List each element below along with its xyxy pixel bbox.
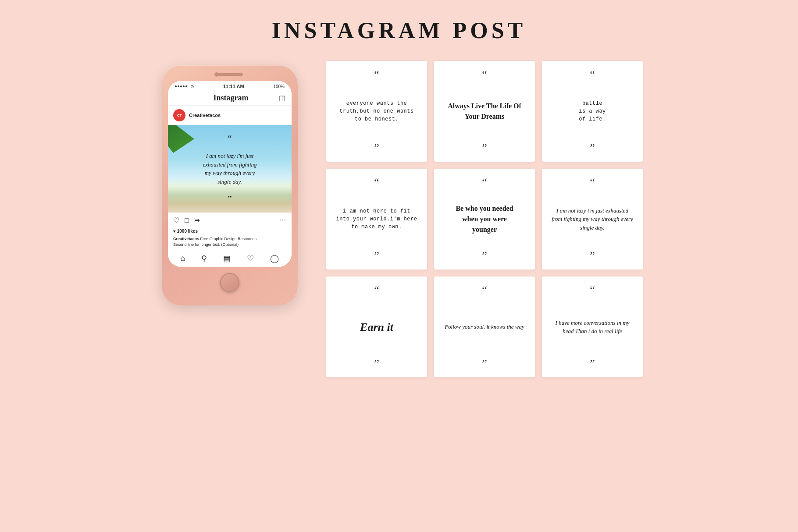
post-image: “ I am not lazy i'm justexhausted from f… [168, 125, 292, 213]
phone-status-bar: ⊙ 11:11 AM 100% [168, 81, 292, 91]
home-nav-icon[interactable]: ⌂ [181, 254, 185, 263]
quote-text-9: I have more conversations in my head Tha… [551, 296, 634, 358]
phone-mockup: ⊙ 11:11 AM 100% Instagram ◫ CT Creativet… [162, 65, 298, 305]
quote-card-7: “Earn it” [326, 277, 427, 377]
phone-screen: ⊙ 11:11 AM 100% Instagram ◫ CT Creativet… [168, 81, 292, 267]
post-quote-open: “ [228, 133, 232, 144]
share-icon[interactable]: ➦ [194, 216, 200, 224]
dot1 [175, 85, 177, 87]
quote-card-4: “i am not here to fit into your world.i'… [326, 169, 427, 270]
status-time: 11:11 AM [223, 84, 244, 89]
phone-top-bar [168, 71, 292, 78]
user-avatar: CT [173, 109, 185, 121]
user-name: Creativetacos [189, 113, 221, 118]
post-caption: Creativetacos Free Graphic Design Resour… [168, 235, 292, 250]
page-title: INSTAGRAM POST [272, 18, 527, 43]
quote-card-5: “Be who you neededwhen you wereyounger” [434, 169, 535, 270]
quote-text-1: everyone wants the truth,but no one want… [335, 80, 418, 142]
quote-close-mark-9: ” [590, 358, 595, 369]
quote-close-mark-5: ” [482, 250, 487, 262]
quote-close-mark-1: ” [374, 142, 379, 154]
quote-text-8: Follow your soul. it knows the way [445, 296, 524, 358]
quote-card-3: “battleis a wayof life.” [542, 61, 643, 162]
quote-close-mark-7: ” [374, 358, 379, 369]
quote-open-mark-1: “ [374, 69, 379, 80]
quote-text-6: I am not lazy i'm just exhausted from fi… [551, 188, 634, 250]
quote-open-mark-5: “ [482, 177, 487, 188]
quote-text-7: Earn it [360, 296, 393, 358]
quotes-grid: “everyone wants the truth,but no one wan… [326, 61, 643, 377]
comment-icon[interactable]: □ [185, 216, 189, 224]
quote-open-mark-9: “ [590, 284, 595, 296]
quote-open-mark-6: “ [590, 177, 595, 188]
quote-open-mark-8: “ [482, 284, 487, 296]
instagram-header: Instagram ◫ [168, 91, 292, 106]
quote-open-mark-2: “ [482, 69, 487, 80]
main-content: ⊙ 11:11 AM 100% Instagram ◫ CT Creativet… [26, 61, 772, 377]
heart-icon[interactable]: ♡ [173, 216, 179, 224]
quote-card-6: “I am not lazy i'm just exhausted from f… [542, 169, 643, 270]
dot2 [178, 85, 179, 87]
quote-close-mark-2: ” [482, 142, 487, 154]
quote-close-mark-3: ” [590, 142, 595, 154]
quote-card-9: “I have more conversations in my head Th… [542, 277, 643, 377]
post-actions: ♡ □ ➦ ⋯ [168, 213, 292, 228]
inbox-icon: ◫ [279, 94, 285, 102]
post-quote-close: ” [228, 193, 232, 205]
quote-text-2: Always Live The Life Of Your Dreams [443, 80, 526, 142]
phone-nav-bar: ⌂ ⚲ ▤ ♡ ◯ [168, 250, 292, 267]
quote-close-mark-4: ” [374, 250, 379, 262]
quote-close-mark-8: ” [482, 358, 487, 369]
heart-nav-icon[interactable]: ♡ [247, 254, 254, 263]
post-user-row: CT Creativetacos [168, 106, 292, 125]
palm-decoration [168, 125, 194, 160]
phone-container: ⊙ 11:11 AM 100% Instagram ◫ CT Creativet… [155, 65, 304, 305]
dot5 [185, 85, 187, 87]
search-nav-icon[interactable]: ⚲ [201, 254, 207, 263]
signal-dots: ⊙ [175, 84, 194, 89]
phone-speaker [217, 73, 243, 76]
quote-open-mark-4: “ [374, 177, 379, 188]
quote-close-mark-6: ” [590, 250, 595, 262]
post-image-quote-text: I am not lazy i'm justexhausted from fig… [198, 147, 261, 190]
profile-nav-icon[interactable]: ◯ [270, 254, 279, 263]
more-options[interactable]: ⋯ [280, 216, 286, 224]
quote-card-8: “Follow your soul. it knows the way” [434, 277, 535, 377]
status-battery: 100% [273, 84, 285, 89]
camera-nav-icon[interactable]: ▤ [223, 254, 231, 263]
quote-card-1: “everyone wants the truth,but no one wan… [326, 61, 427, 162]
dot3 [180, 85, 182, 87]
quote-open-mark-7: “ [374, 284, 379, 296]
instagram-logo: Instagram [214, 93, 249, 103]
post-likes: ♥ 1000 likes [168, 228, 292, 235]
quote-text-3: battleis a wayof life. [579, 80, 606, 142]
quote-card-2: “Always Live The Life Of Your Dreams” [434, 61, 535, 162]
quote-text-5: Be who you neededwhen you wereyounger [456, 188, 513, 250]
phone-camera [214, 72, 219, 77]
quote-open-mark-3: “ [590, 69, 595, 80]
quote-text-4: i am not here to fit into your world.i'm… [335, 188, 418, 250]
phone-home-button[interactable] [220, 273, 239, 292]
dot4 [183, 85, 185, 87]
